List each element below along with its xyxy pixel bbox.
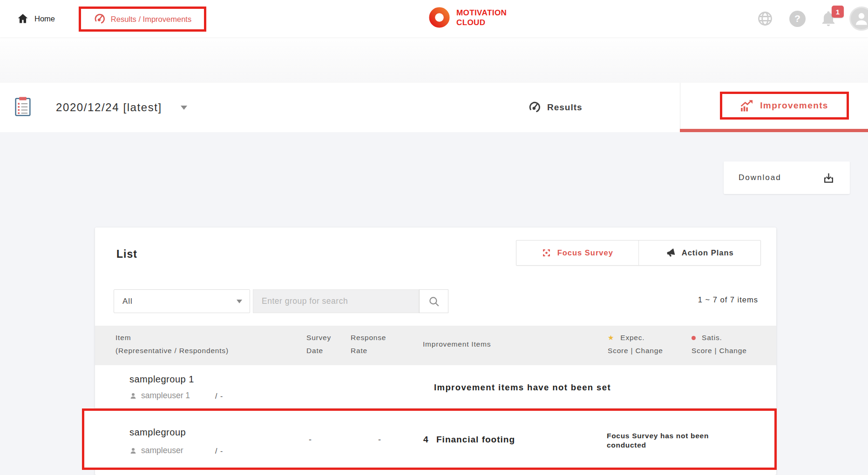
chevron-down-icon: [181, 106, 187, 110]
download-label: Download: [739, 173, 781, 182]
annotation-highlight-results-improvements: Results / Improvements: [79, 7, 206, 32]
nav-home[interactable]: Home: [17, 0, 55, 37]
survey-toolbar: 2020/12/24 [latest] Results Improvements: [0, 83, 868, 132]
group-filter-dropdown[interactable]: All: [114, 289, 250, 313]
column-response-rate: Response Rate: [351, 331, 386, 357]
column-item: Item (Representative / Respondents): [115, 331, 229, 357]
active-tab-indicator: [680, 129, 868, 132]
group-filter-value: All: [122, 297, 133, 306]
breadcrumb-bar: All Organizations/Attributes: [0, 37, 868, 83]
tab-results-label: Results: [547, 102, 583, 113]
improvement-message: Improvement items have not been set: [434, 382, 611, 393]
table-row[interactable]: samplegroup 1 sampleuser 1 / - Improveme…: [95, 365, 776, 408]
cell-response-rate: -: [378, 435, 381, 445]
group-name-link[interactable]: samplegroup 1: [129, 374, 194, 385]
tab-improvements-label: Improvements: [760, 100, 828, 111]
search-input[interactable]: [253, 289, 419, 313]
representative: sampleuser 1: [129, 391, 190, 401]
survey-date-selector[interactable]: 2020/12/24 [latest]: [56, 83, 187, 132]
action-plans-button[interactable]: Action Plans: [639, 241, 761, 265]
globe-icon: [757, 10, 773, 27]
page-background: Download List Focus Survey Action Plans: [0, 132, 868, 475]
table-row-highlighted[interactable]: samplegroup sampleuser / - - - 4 Financi…: [82, 408, 777, 470]
megaphone-icon: [664, 247, 677, 259]
download-button[interactable]: Download: [724, 161, 850, 194]
home-icon: [17, 13, 29, 25]
cell-survey-date: -: [309, 435, 312, 445]
help-icon: ?: [789, 11, 806, 27]
person-icon: [129, 447, 137, 455]
logo-ring-icon: [428, 7, 450, 28]
column-survey-date: Survey Date: [306, 331, 331, 357]
language-button[interactable]: [757, 0, 773, 37]
segmented-buttons: Focus Survey Action Plans: [516, 240, 761, 266]
column-improvement-items: Improvement Items: [423, 338, 491, 351]
table-header: Item (Representative / Respondents) Surv…: [95, 326, 776, 365]
search-icon: [428, 295, 440, 308]
respondents-value: / -: [215, 392, 223, 401]
improvement-item: Financial footing: [436, 435, 515, 445]
star-icon: ★: [608, 331, 614, 344]
gauge-icon: [94, 13, 105, 25]
notification-count-badge: 1: [832, 6, 844, 18]
nav-results-improvements-label: Results / Improvements: [111, 15, 191, 24]
items-count: 1 ~ 7 of 7 items: [698, 295, 758, 304]
person-icon: [129, 392, 137, 400]
user-avatar[interactable]: [849, 7, 868, 31]
column-expec-score: ★ Expec. Score | Change: [608, 331, 663, 357]
action-plans-label: Action Plans: [682, 248, 734, 257]
panel-title: List: [116, 248, 137, 261]
clipboard-icon: [12, 96, 34, 119]
survey-date-value: 2020/12/24 [latest]: [56, 101, 162, 114]
brand-logo[interactable]: MOTIVATION CLOUD: [428, 7, 507, 28]
search-button[interactable]: [419, 289, 448, 313]
improvement-count: 4: [423, 435, 428, 445]
download-icon: [822, 172, 835, 184]
representative: sampleuser: [129, 446, 183, 455]
improvements-chart-icon: [740, 100, 753, 112]
focus-survey-icon: [542, 248, 551, 258]
dot-icon: [692, 336, 696, 340]
home-label: Home: [34, 14, 55, 23]
focus-survey-note: Focus Survey has not been conducted: [607, 431, 709, 450]
help-button[interactable]: ?: [789, 0, 806, 37]
nav-results-improvements[interactable]: Results / Improvements: [94, 13, 191, 25]
column-satis-score: Satis. Score | Change: [692, 331, 747, 357]
focus-survey-button[interactable]: Focus Survey: [516, 241, 639, 265]
focus-survey-label: Focus Survey: [557, 248, 613, 257]
tab-results[interactable]: Results: [528, 83, 583, 132]
gauge-icon: [528, 101, 541, 114]
respondents-value: / -: [215, 447, 223, 455]
logo-wordmark: MOTIVATION CLOUD: [456, 8, 507, 27]
chevron-down-icon: [237, 300, 242, 303]
annotation-highlight-improvements: Improvements: [720, 92, 849, 120]
tab-improvements[interactable]: Improvements: [740, 100, 828, 112]
person-icon: [854, 11, 868, 27]
tab-divider: [680, 83, 680, 132]
group-name-link[interactable]: samplegroup: [129, 427, 186, 438]
list-panel: List Focus Survey Action Plans All: [95, 227, 776, 475]
top-navigation-bar: Home Results / Improvements MOTIVATION C…: [0, 0, 868, 37]
